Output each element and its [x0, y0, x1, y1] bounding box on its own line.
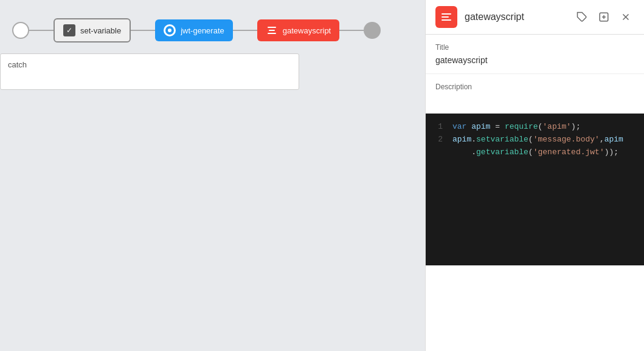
panel-title: gatewayscript	[465, 12, 566, 22]
code-line-3: .getvariable('generated.jwt'));	[433, 146, 637, 159]
end-node	[364, 22, 381, 39]
description-field-value[interactable]	[435, 95, 634, 104]
panel-lines-icon	[440, 12, 452, 22]
description-section: Description	[426, 74, 644, 114]
description-field-label: Description	[435, 83, 634, 91]
panel-header: gatewayscript	[426, 0, 644, 35]
catch-label: catch	[8, 60, 27, 69]
node-gatewayscript-label: gatewayscript	[283, 26, 331, 35]
title-field-value[interactable]: gatewayscript	[435, 55, 634, 65]
node-set-variable[interactable]: ✓ set-variable	[54, 18, 131, 43]
node-jwt-generate-label: jwt-generate	[181, 26, 224, 35]
node-jwt-generate[interactable]: jwt-generate	[155, 19, 233, 41]
start-node	[12, 22, 29, 39]
panel-body: Title gatewayscript Description 1 var ap…	[426, 35, 644, 351]
code-line-2: 2 apim.setvariable('message.body',apim	[433, 134, 637, 146]
circle-dot-icon	[164, 24, 176, 36]
line-num-1: 1	[433, 121, 443, 134]
line-content-3: .getvariable('generated.jwt'));	[452, 146, 618, 159]
connector-2	[131, 30, 155, 31]
add-button[interactable]	[595, 9, 612, 26]
title-field-label: Title	[435, 43, 634, 52]
lines-icon	[266, 24, 278, 36]
line-num-2: 2	[433, 134, 443, 146]
check-icon: ✓	[63, 24, 75, 36]
connector-3	[233, 30, 257, 31]
catch-block: catch	[0, 53, 299, 90]
code-editor[interactable]: 1 var apim = require('apim'); 2 apim.set…	[426, 114, 644, 265]
node-gatewayscript[interactable]: gatewayscript	[257, 19, 339, 41]
line-content-1: var apim = require('apim');	[452, 121, 581, 134]
node-set-variable-label: set-variable	[80, 26, 121, 35]
connector-1	[29, 30, 54, 31]
panel-node-icon	[435, 6, 457, 28]
close-button[interactable]	[617, 9, 634, 26]
connector-4	[339, 30, 364, 31]
code-line-1: 1 var apim = require('apim');	[433, 121, 637, 134]
panel-actions	[573, 9, 634, 26]
pipeline-row: ✓ set-variable jwt-generate gatewayscrip…	[0, 0, 425, 61]
line-num-3	[433, 146, 443, 159]
right-panel: gatewayscript	[425, 0, 644, 351]
pipeline-canvas: ✓ set-variable jwt-generate gatewayscrip…	[0, 0, 425, 351]
tag-button[interactable]	[573, 9, 590, 26]
title-section: Title gatewayscript	[426, 35, 644, 74]
line-content-2: apim.setvariable('message.body',apim	[452, 134, 623, 146]
